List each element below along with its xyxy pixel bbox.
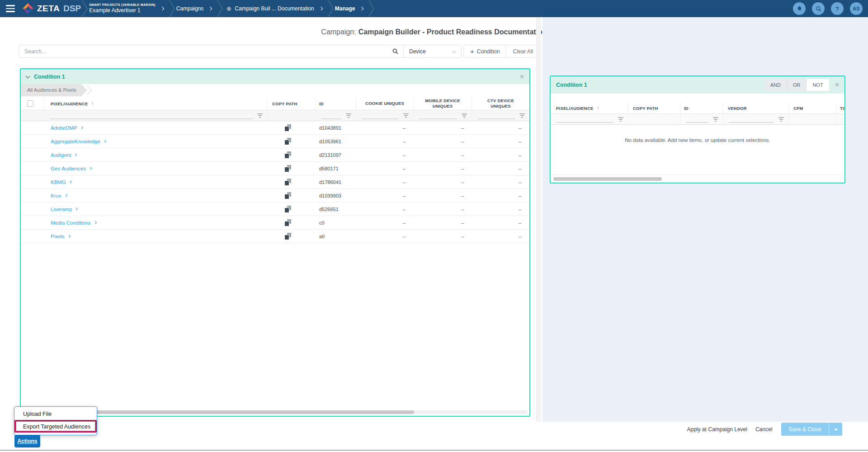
dimension-select[interactable]: Device [403,45,461,57]
column-mobile-device-uniques[interactable]: MOBILE DEVICE UNIQUES [414,97,472,110]
cookie-uniques-value: – [356,162,414,175]
column-id[interactable]: ID [680,103,723,113]
audience-link[interactable]: Liveramp [51,207,77,212]
tab-all-audiences-pixels[interactable]: All Audiences & Pixels [21,84,87,96]
operator-or-button[interactable]: OR [787,79,807,91]
audience-link[interactable]: Krux [51,193,67,198]
column-pixel-audience[interactable]: PIXEL/AUDIENCE ↑ [551,103,628,113]
clear-all-label: Clear All [513,48,533,55]
column-time-truncated[interactable]: TIM [836,103,844,113]
filter-icon[interactable] [778,117,784,122]
search-submit-button[interactable] [387,45,403,57]
operator-and-button[interactable]: AND [764,79,787,91]
global-search-button[interactable] [812,2,825,15]
filter-icon[interactable] [713,117,718,122]
right-condition-close-icon[interactable]: × [835,81,839,89]
brand-zeta: ZETA [37,4,60,14]
copy-path-icon[interactable] [285,179,291,185]
filter-icon[interactable] [462,113,467,118]
audience-id: d580171 [316,162,356,175]
filter-input-pixel[interactable] [50,112,253,119]
breadcrumb-separator [82,0,88,17]
audience-link[interactable]: Pixels [51,234,70,239]
copy-path-icon[interactable] [285,206,291,212]
filter-input-id[interactable] [321,112,341,119]
copy-path-icon[interactable] [285,151,291,158]
user-avatar[interactable]: AS [850,2,863,15]
mobile-uniques-value: – [414,216,472,229]
column-ctv-device-uniques[interactable]: CTV DEVICE UNIQUES [472,97,529,110]
actions-button[interactable]: Actions [14,435,40,447]
column-cookie-uniques[interactable]: COOKIE UNIQUES [356,97,414,110]
breadcrumb-campaigns[interactable]: Campaigns [176,5,204,12]
sort-ascending-icon[interactable]: ↑ [597,105,599,111]
column-id[interactable]: ID [316,97,356,110]
filter-icon[interactable] [257,113,263,118]
help-button[interactable]: ? [831,2,844,15]
clear-all-button[interactable]: Clear All [506,45,539,57]
filter-input-mobile[interactable] [419,112,457,119]
caret-up-icon [834,428,838,430]
hamburger-menu-icon[interactable] [6,3,15,14]
audience-link-label: AdobeDMP [51,125,77,131]
right-table-header: PIXEL/AUDIENCE ↑ COPY PATH ID VENDOR CPM… [551,103,844,113]
menu-item-export-targeted-audiences[interactable]: Export Targeted Audiences [16,421,95,431]
filter-input-ctv[interactable] [477,112,515,119]
horizontal-scrollbar-thumb[interactable] [60,410,414,414]
table-row: Geo Audiences d580171 – – – [21,162,529,175]
horizontal-scrollbar-thumb[interactable] [553,177,662,181]
vertical-scrollbar-track[interactable] [536,17,541,422]
cancel-button[interactable]: Cancel [755,426,772,433]
audience-link[interactable]: AggregateKnowledge [51,139,106,144]
filter-input-cookie[interactable] [362,112,399,119]
search-and-dimension-group: Device [19,45,462,58]
filter-cell-id [316,110,356,121]
copy-path-icon[interactable] [285,192,291,199]
page-title-prefix: Campaign: [321,28,356,36]
filter-icon[interactable] [519,113,525,118]
breadcrumb-advertiser[interactable]: SMART PROJECTS (VARIABLE MARGIN) Example… [89,3,155,14]
audience-link[interactable]: Geo Audiences [51,166,91,171]
filter-icon[interactable] [618,117,623,122]
audience-id: c0 [316,216,356,229]
copy-path-icon[interactable] [285,124,291,131]
column-vendor[interactable]: VENDOR [723,103,789,113]
filter-input-pixel[interactable] [556,116,613,123]
filter-icon[interactable] [346,113,351,118]
audience-link[interactable]: Audigent [51,152,76,158]
select-all-checkbox[interactable] [27,100,33,107]
collapse-chevron-icon[interactable] [26,74,30,78]
sort-ascending-icon[interactable]: ↑ [91,100,94,107]
breadcrumb-campaign[interactable]: Campaign Buil ... Documentation [235,5,314,12]
audience-link[interactable]: Media Conditions [51,220,96,226]
left-horizontal-scrollbar[interactable] [23,410,528,414]
left-panel-tab-row: All Audiences & Pixels [21,84,529,96]
add-condition-button[interactable]: + Condition [464,45,506,57]
operator-not-button[interactable]: NOT [806,79,829,91]
zeta-dsp-logo[interactable]: ZETA DSP [22,3,81,14]
audience-link[interactable]: KBMG [51,179,71,185]
column-pixel-audience[interactable]: PIXEL/AUDIENCE ↑ [44,97,268,110]
cookie-uniques-value: – [356,216,414,229]
plus-icon: + [470,47,474,55]
audience-link[interactable]: AdobeDMP [51,125,83,131]
copy-path-icon[interactable] [285,165,291,172]
copy-path-icon[interactable] [285,233,291,240]
topbar-icons: ? AS [793,2,863,15]
notifications-button[interactable] [793,2,806,15]
breadcrumb-manage[interactable]: Manage [335,5,355,12]
filter-icon[interactable] [403,113,409,118]
filter-input-id[interactable] [686,116,708,123]
save-and-close-button[interactable]: Save & Close [781,423,829,436]
copy-path-icon[interactable] [285,219,291,226]
filter-input-vendor[interactable] [729,116,774,123]
search-input[interactable] [19,45,387,57]
left-condition-close-icon[interactable]: × [520,73,524,80]
copy-path-icon[interactable] [285,138,291,145]
column-cpm[interactable]: CPM [789,103,836,113]
menu-item-upload-file[interactable]: Upload File [14,409,97,419]
audience-link-label: Geo Audiences [51,166,86,171]
add-condition-label: Condition [477,48,500,55]
save-options-caret-button[interactable] [829,423,842,436]
apply-at-campaign-level-link[interactable]: Apply at Campaign Level [687,426,747,433]
